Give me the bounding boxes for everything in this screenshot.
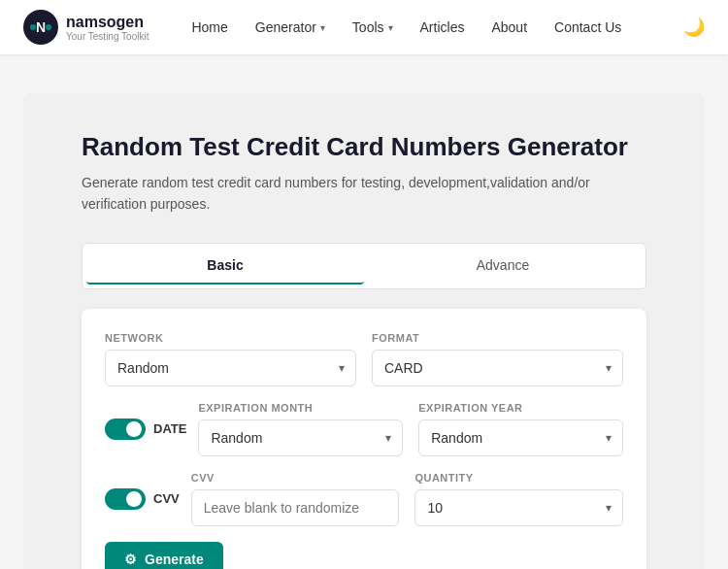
nav-generator[interactable]: Generator ▾: [244, 12, 337, 43]
date-toggle-row: DATE EXPIRATION MONTH Random: [105, 402, 623, 456]
main-content: Random Test Credit Card Numbers Generato…: [0, 54, 728, 569]
nav-links: Home Generator ▾ Tools ▾ Articles About …: [180, 12, 683, 43]
network-label: NETWORK: [105, 332, 356, 344]
format-label: FORMAT: [372, 332, 623, 344]
svg-point-3: [46, 24, 51, 30]
hero-section: Random Test Credit Card Numbers Generato…: [23, 93, 705, 569]
date-toggle-slider: [105, 418, 146, 440]
brand-tagline: Your Testing Toolkit: [66, 31, 149, 42]
form-card: NETWORK Random FORMAT CARD: [82, 309, 646, 569]
brand-name: namsogen: [66, 14, 149, 31]
expiration-month-select[interactable]: Random: [198, 419, 403, 456]
dark-mode-toggle[interactable]: 🌙: [683, 17, 705, 38]
svg-text:N: N: [36, 19, 46, 35]
nav-articles[interactable]: Articles: [409, 12, 477, 43]
cvv-toggle[interactable]: [105, 488, 146, 510]
cvv-toggle-label: CVV: [153, 491, 180, 506]
form-row-network-format: NETWORK Random FORMAT CARD: [105, 332, 623, 386]
page-title: Random Test Credit Card Numbers Generato…: [82, 132, 646, 162]
date-fields: EXPIRATION MONTH Random EXPIRATION YEAR: [198, 402, 623, 456]
generate-label: Generate: [145, 552, 204, 567]
expiration-year-group: EXPIRATION YEAR Random: [418, 402, 623, 456]
cvv-fields: CVV QUANTITY 10: [191, 472, 623, 526]
logo-icon: N: [23, 10, 58, 45]
format-group: FORMAT CARD: [372, 332, 623, 386]
cvv-toggle-wrapper: CVV: [105, 488, 180, 510]
date-toggle-wrapper: DATE: [105, 418, 186, 440]
brand-logo[interactable]: N namsogen Your Testing Toolkit: [23, 10, 149, 45]
expiration-month-label: EXPIRATION MONTH: [198, 402, 403, 414]
expiration-month-group: EXPIRATION MONTH Random: [198, 402, 403, 456]
svg-point-2: [30, 24, 36, 30]
date-toggle-label: DATE: [153, 421, 186, 436]
quantity-label: QUANTITY: [414, 472, 623, 484]
generator-chevron-icon: ▾: [320, 22, 325, 33]
nav-contact[interactable]: Contact Us: [543, 12, 633, 43]
cvv-input[interactable]: [191, 489, 400, 526]
nav-home[interactable]: Home: [180, 12, 239, 43]
generate-button[interactable]: ⚙ Generate: [105, 542, 223, 569]
nav-tools[interactable]: Tools ▾: [341, 12, 405, 43]
tab-basic[interactable]: Basic: [86, 248, 364, 284]
cvv-toggle-row: CVV CVV QUANTITY 10: [105, 472, 623, 526]
tools-chevron-icon: ▾: [388, 22, 393, 33]
expiration-year-select[interactable]: Random: [418, 419, 623, 456]
tab-container: Basic Advance: [82, 243, 646, 289]
page-description: Generate random test credit card numbers…: [82, 172, 646, 216]
format-select[interactable]: CARD: [372, 350, 623, 386]
tab-advance[interactable]: Advance: [364, 248, 642, 284]
gear-icon: ⚙: [124, 552, 137, 567]
nav-about[interactable]: About: [480, 12, 539, 43]
date-toggle[interactable]: [105, 418, 146, 440]
navbar: N namsogen Your Testing Toolkit Home Gen…: [0, 0, 728, 54]
cvv-toggle-slider: [105, 488, 146, 510]
quantity-select[interactable]: 10: [414, 489, 623, 526]
cvv-label: CVV: [191, 472, 400, 484]
cvv-group: CVV: [191, 472, 400, 526]
expiration-year-label: EXPIRATION YEAR: [418, 402, 623, 414]
network-select[interactable]: Random: [105, 350, 356, 386]
network-group: NETWORK Random: [105, 332, 356, 386]
quantity-group: QUANTITY 10: [414, 472, 623, 526]
